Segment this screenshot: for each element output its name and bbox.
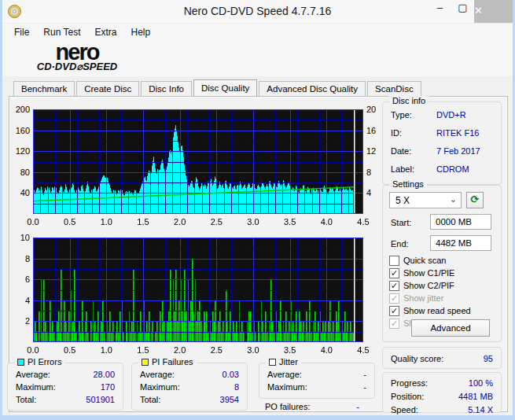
application-window: Nero CD-DVD Speed 4.7.7.16 – ▢ ✕ FileRun… (2, 0, 513, 415)
disc-info-value: CDROM (436, 164, 469, 174)
quality-score-group: Quality score: 95 (382, 347, 502, 369)
menu-item-file[interactable]: File (7, 25, 36, 39)
menu-item-run-test[interactable]: Run Test (36, 25, 87, 39)
menu-item-help[interactable]: Help (124, 25, 158, 39)
checkbox-show-c2-pif[interactable]: ✓Show C2/PIF (389, 280, 454, 291)
axis-tick-label: 6 (8, 274, 30, 284)
checkbox-show-c1-pie[interactable]: ✓Show C1/PIE (389, 267, 454, 278)
axis-tick-label: 3.0 (241, 217, 265, 227)
axis-tick-label: 3.5 (278, 217, 302, 227)
stat-value: 3954 (220, 395, 239, 404)
stat-value: 170 (101, 382, 115, 392)
end-label: End: (391, 239, 409, 249)
stat-value: 28.00 (93, 370, 115, 379)
speed-selector[interactable]: 5 X ⌄ (389, 192, 462, 208)
axis-tick-label: 80 (8, 168, 30, 177)
pi-errors-legend-icon (17, 359, 24, 366)
advanced-button[interactable]: Advanced (411, 319, 490, 337)
stat-label: Average: (267, 370, 302, 379)
stat-label: Average: (16, 370, 50, 379)
axis-tick-label: 2 (8, 316, 30, 326)
disc-info-label: Date: (391, 146, 411, 156)
axis-tick-label: 4.5 (351, 217, 375, 227)
maximize-button[interactable]: ▢ (451, 0, 474, 17)
axis-tick-label: 200 (8, 105, 30, 114)
tab-scandisc[interactable]: ScanDisc (367, 81, 421, 97)
axis-tick-label: 160 (8, 126, 30, 135)
progress-value: 5.14 X (468, 405, 493, 414)
disc-info-label: Type: (391, 110, 412, 120)
close-button[interactable]: ✕ (474, 0, 513, 23)
checkbox-quick-scan[interactable]: Quick scan (389, 255, 446, 266)
stat-label: Maximum: (267, 382, 307, 392)
axis-tick-label: 8 (366, 168, 384, 177)
jitter-stats-title: Jitter (279, 357, 298, 367)
title-bar: Nero CD-DVD Speed 4.7.7.16 – ▢ ✕ (2, 0, 513, 24)
tab-advanced-disc-quality[interactable]: Advanced Disc Quality (259, 81, 366, 97)
toolbar: nero CD·DVD⌀SPEED [2:1] Optiarc DVD RW A… (2, 41, 513, 77)
disc-info-label: Label: (391, 164, 414, 174)
start-field[interactable]: 0000 MB (430, 214, 491, 230)
disc-info-label: ID: (391, 128, 402, 138)
axis-tick-label: 2.5 (204, 217, 228, 227)
axis-tick-label: 3.5 (278, 345, 302, 355)
disc-info-value: DVD+R (436, 110, 466, 120)
axis-tick-label: 2.5 (204, 345, 228, 355)
tab-benchmark[interactable]: Benchmark (13, 81, 75, 97)
settings-group: Settings 5 X ⌄ ⟳ Start: 0000 MB End: 448… (382, 185, 502, 342)
tab-disc-quality[interactable]: Disc Quality (193, 79, 257, 98)
jitter-legend-icon (269, 359, 276, 366)
axis-tick-label: 8 (8, 254, 30, 263)
chevron-down-icon: ⌄ (450, 194, 457, 204)
pi-errors-stats-group: PI Errors Average:28.00Maximum:170Total:… (7, 363, 123, 411)
axis-tick-label: 4.0 (315, 217, 338, 227)
checkbox-label: Show read speed (403, 306, 471, 315)
start-label: Start: (391, 218, 411, 227)
nero-cd-dvd-speed-window: { "window": { "title": "Nero CD-DVD Spee… (0, 0, 515, 420)
progress-label: Position: (391, 392, 424, 401)
axis-tick-label: 20 (366, 105, 384, 114)
progress-label: Progress: (391, 378, 428, 388)
menu-bar: FileRun TestExtraHelp (2, 24, 513, 41)
checkbox-show-read-speed[interactable]: ✓Show read speed (389, 305, 471, 316)
axis-tick-label: 0.0 (21, 217, 45, 227)
checkbox-box: ✓ (389, 319, 399, 329)
stat-label: Average: (140, 370, 175, 379)
stat-label: Maximum: (16, 382, 56, 392)
pi-failures-stats-group: PI Failures Average:0.03Maximum:8Total:3… (131, 363, 248, 411)
quality-score-label: Quality score: (391, 354, 443, 363)
axis-tick-label: 12 (366, 146, 384, 156)
axis-tick-label: 1.0 (94, 217, 118, 227)
tab-disc-info[interactable]: Disc Info (141, 81, 192, 97)
axis-tick-label: 4 (366, 188, 384, 197)
refresh-icon: ⟳ (471, 193, 480, 205)
po-failures-label: PO failures: (265, 402, 310, 411)
tab-create-disc[interactable]: Create Disc (76, 81, 139, 97)
axis-tick-label: 10 (8, 233, 30, 242)
progress-value: 100 % (469, 378, 493, 388)
refresh-button[interactable]: ⟳ (466, 192, 484, 208)
jitter-stats-group: Jitter Average:-Maximum:- (259, 363, 375, 399)
stat-label: Maximum: (140, 382, 180, 392)
tab-strip: BenchmarkCreate DiscDisc InfoDisc Qualit… (13, 81, 423, 97)
axis-tick-label: 40 (8, 188, 30, 197)
end-field[interactable]: 4482 MB (430, 235, 491, 251)
minimize-button[interactable]: – (429, 0, 451, 17)
checkbox-show-jitter[interactable]: ✓Show jitter (389, 293, 443, 304)
menu-item-extra[interactable]: Extra (87, 25, 123, 39)
tab-page-disc-quality: BenchmarkCreate DiscDisc InfoDisc Qualit… (2, 76, 513, 415)
checkbox-box: ✓ (389, 306, 399, 316)
axis-tick-label: 4.5 (351, 345, 375, 355)
pi-failures-legend-icon (142, 359, 149, 366)
axis-tick-label: 0.5 (58, 345, 82, 355)
checkbox-box: ✓ (389, 281, 399, 291)
axis-tick-label: 2.0 (168, 345, 192, 355)
axis-tick-label: 2.0 (168, 217, 192, 227)
speed-selector-value: 5 X (395, 195, 410, 206)
stat-label: Total: (140, 395, 160, 404)
axis-tick-label: 1.0 (94, 345, 118, 355)
checkbox-label: Show C1/PIE (403, 268, 454, 278)
nero-logo: nero CD·DVD⌀SPEED (18, 42, 136, 72)
pi-errors-stats-title: PI Errors (28, 357, 61, 367)
stat-value: 8 (234, 382, 239, 392)
